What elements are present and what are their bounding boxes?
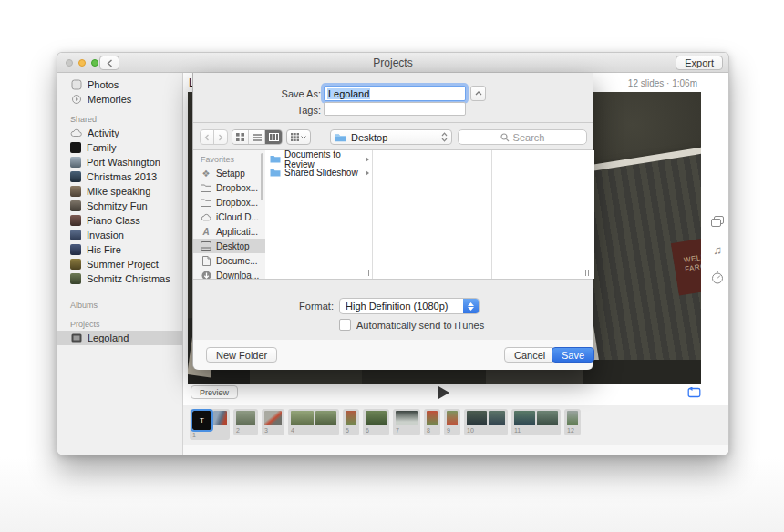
sidebar-item-family[interactable]: Family: [57, 140, 182, 155]
sidebar-item-schmitz-christmas[interactable]: Schmitz Christmas: [57, 271, 182, 286]
cancel-button[interactable]: Cancel: [504, 347, 555, 363]
slide-thumbnail[interactable]: [467, 411, 487, 425]
sidebar-item-invasion[interactable]: Invasion: [57, 228, 182, 242]
chevron-up-icon: [475, 91, 482, 96]
export-button[interactable]: Export: [676, 56, 723, 70]
folder-icon: [270, 155, 281, 163]
duration-icon[interactable]: [710, 271, 725, 285]
slide-group-10[interactable]: 10: [464, 409, 508, 435]
sidebar-item-activity[interactable]: Activity: [57, 126, 182, 140]
slide-thumbnail[interactable]: [291, 411, 314, 425]
cloud-icon: [70, 128, 82, 139]
column-resize-handle[interactable]: [366, 270, 372, 276]
sidebar-item-schmitzy-fun[interactable]: Schmitzy Fun: [57, 199, 182, 213]
column-resize-handle[interactable]: [585, 270, 592, 276]
music-icon[interactable]: ♫: [710, 242, 725, 257]
sidebar-item-piano-class[interactable]: Piano Class: [57, 213, 182, 228]
applications-icon: A: [201, 226, 211, 237]
sidebar-item-mike-speaking[interactable]: Mike speaking: [57, 184, 182, 199]
sidebar-item-summer-project[interactable]: Summer Project: [57, 257, 182, 271]
slide-thumbnail[interactable]: [346, 411, 356, 425]
slide-group-1[interactable]: T 1: [190, 409, 230, 440]
folder-icon: [270, 169, 281, 177]
preview-button[interactable]: Preview: [191, 385, 238, 399]
search-icon: [500, 133, 510, 142]
chevron-right-icon: [366, 170, 369, 176]
slide-thumbnail[interactable]: [315, 411, 336, 425]
search-input[interactable]: Search: [458, 129, 587, 145]
column-view-button-selected[interactable]: [265, 130, 282, 144]
sidebar-item-legoland[interactable]: Legoland: [57, 331, 182, 345]
slide-thumbnail[interactable]: [537, 411, 558, 425]
sidebar-item-memories[interactable]: Memories: [57, 92, 182, 107]
icon-view-button[interactable]: [232, 130, 249, 144]
list-view-button[interactable]: [249, 130, 265, 144]
favorite-icloud-drive[interactable]: iCloud D...: [193, 210, 265, 224]
album-thumbnail: [70, 273, 81, 284]
send-to-itunes-checkbox[interactable]: [339, 319, 351, 331]
sidebar-item-port-washington[interactable]: Port Washington: [57, 155, 182, 169]
tags-input[interactable]: [324, 102, 466, 116]
format-popup[interactable]: High Definition (1080p): [339, 298, 480, 314]
expand-dialog-button[interactable]: [470, 86, 486, 101]
column-divider[interactable]: [372, 150, 373, 279]
slide-group-11[interactable]: 11: [511, 409, 561, 435]
favorites-sidebar: Favorites ❖ Setapp Dropbox... Dropbox...: [193, 150, 265, 279]
slide-group-6[interactable]: 6: [363, 409, 389, 435]
slide-group-2[interactable]: 2: [233, 409, 258, 435]
slide-thumbnail[interactable]: [567, 411, 578, 425]
slide-group-8[interactable]: 8: [424, 409, 440, 435]
favorite-applications[interactable]: A Applicati...: [193, 224, 265, 239]
slide-group-7[interactable]: 7: [393, 409, 420, 435]
location-popup[interactable]: Desktop: [330, 129, 452, 145]
new-folder-button[interactable]: New Folder: [206, 347, 277, 363]
folder-documents-to-review[interactable]: Documents to Review: [266, 152, 372, 166]
window-title: Projects: [57, 56, 728, 69]
favorites-scrollbar[interactable]: [261, 153, 263, 200]
slide-thumbnail[interactable]: [427, 411, 438, 425]
chevron-right-icon: [366, 157, 369, 162]
themes-icon[interactable]: [710, 214, 725, 229]
favorite-desktop-selected[interactable]: Desktop: [193, 239, 265, 253]
save-as-label: Save As:: [193, 88, 321, 99]
sidebar-item-his-fire[interactable]: His Fire: [57, 242, 182, 257]
slide-thumbnail[interactable]: [236, 411, 255, 425]
folder-shared-slideshow[interactable]: Shared Slideshow: [266, 166, 372, 179]
browser-forward-button[interactable]: [213, 129, 228, 145]
slide-thumbnail[interactable]: [447, 411, 458, 425]
loop-icon[interactable]: [687, 387, 701, 398]
slide-thumbnail[interactable]: [264, 411, 282, 425]
favorite-documents[interactable]: Docume...: [193, 253, 265, 268]
favorite-setapp[interactable]: ❖ Setapp: [193, 166, 265, 180]
grouping-button[interactable]: [286, 129, 311, 145]
browser-back-button[interactable]: [200, 129, 214, 145]
send-to-itunes-label: Automatically send to iTunes: [356, 320, 484, 331]
slide-thumbnail[interactable]: [213, 411, 227, 425]
save-button[interactable]: Save: [552, 347, 594, 363]
slide-thumbnail[interactable]: [366, 411, 387, 425]
play-button[interactable]: [438, 386, 450, 399]
tags-label: Tags:: [193, 105, 321, 116]
favorite-dropbox-1[interactable]: Dropbox...: [193, 180, 265, 195]
slide-group-12[interactable]: 12: [564, 409, 581, 435]
slide-group-3[interactable]: 3: [262, 409, 284, 435]
column-divider[interactable]: [491, 150, 492, 279]
slide-thumbnail[interactable]: [489, 411, 505, 425]
favorite-downloads[interactable]: Downloa...: [193, 268, 265, 279]
sidebar-item-christmas-2013[interactable]: Christmas 2013: [57, 169, 182, 184]
favorite-dropbox-2[interactable]: Dropbox...: [193, 195, 265, 210]
slide-group-5[interactable]: 5: [343, 409, 359, 435]
slide-group-4[interactable]: 4: [288, 409, 339, 435]
sidebar-item-photos[interactable]: Photos: [57, 77, 182, 92]
folder-icon: [335, 133, 346, 142]
favorites-header: Favorites: [193, 150, 265, 166]
wells-fargo-sign: WELLS FARGO: [671, 236, 701, 295]
slide-thumbnail[interactable]: [396, 411, 418, 425]
album-thumbnail: [70, 186, 81, 197]
save-as-input[interactable]: Legoland: [324, 86, 466, 101]
title-slide-thumbnail-selected[interactable]: T: [192, 411, 211, 430]
slide-thumbnail[interactable]: [514, 411, 535, 425]
slide-group-9[interactable]: 9: [444, 409, 460, 435]
photos-window: Projects Export Photos Memories Shared A…: [57, 52, 729, 455]
photos-icon: [70, 79, 82, 91]
